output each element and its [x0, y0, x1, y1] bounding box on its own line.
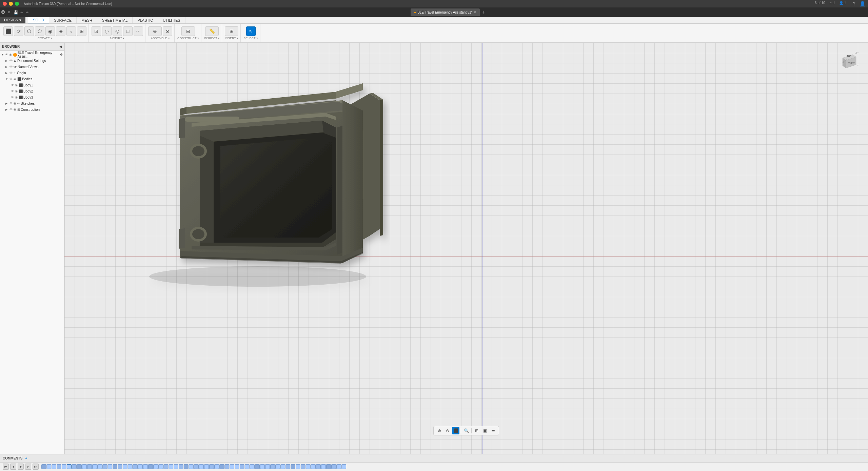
- timeline-item-50[interactable]: [296, 464, 300, 469]
- close-btn[interactable]: [3, 2, 7, 6]
- tree-vis-views[interactable]: 👁: [9, 65, 13, 68]
- timeline-item-22[interactable]: [153, 464, 158, 469]
- inspect-measure-btn[interactable]: 📏: [205, 26, 219, 36]
- tree-item-construction[interactable]: ▶ 👁 ◉ ⊞ Construction: [0, 106, 64, 112]
- tree-vis2-body3[interactable]: ◉: [15, 96, 18, 99]
- create-fillet-btn[interactable]: ◉: [45, 26, 55, 36]
- assemble-joint-btn[interactable]: ⊗: [163, 26, 172, 36]
- tab-sheet-metal[interactable]: SHEET METAL: [97, 17, 133, 23]
- timeline-item-37[interactable]: [230, 464, 234, 469]
- timeline-item-44[interactable]: [265, 464, 270, 469]
- timeline-item-36[interactable]: [224, 464, 229, 469]
- minimize-btn[interactable]: [9, 2, 13, 6]
- tree-item-body3[interactable]: 👁 ◉ ⬛ Body3: [0, 94, 64, 100]
- timeline-item-14[interactable]: [113, 464, 117, 469]
- tab-solid[interactable]: SOLID: [28, 17, 49, 23]
- timeline-item-28[interactable]: [184, 464, 189, 469]
- timeline-item-20[interactable]: [143, 464, 148, 469]
- timeline-item-7[interactable]: [77, 464, 82, 469]
- timeline-item-23[interactable]: [158, 464, 163, 469]
- tree-vis2-body2[interactable]: ◉: [15, 89, 18, 93]
- tab-plastic[interactable]: PLASTIC: [133, 17, 158, 23]
- tree-item-sketches[interactable]: ▶ 👁 ◉ ✏ Sketches: [0, 100, 64, 106]
- tab-surface[interactable]: SURFACE: [49, 17, 77, 23]
- modify-chamfer-btn[interactable]: ◎: [113, 26, 122, 36]
- active-tab[interactable]: ● BLE Travel Emergency Assistant v1* ✕: [411, 8, 480, 16]
- timeline-item-46[interactable]: [275, 464, 280, 469]
- viewport[interactable]: TOP FRONT RIGHT Z+ Y ⊕ ⊙ ⬛ 🔍 ⊞ ▣ ☰: [64, 43, 868, 454]
- vp-zoom-btn[interactable]: ⬛: [452, 427, 459, 434]
- vp-look-at-btn[interactable]: ⊙: [444, 427, 451, 434]
- vp-grid-btn[interactable]: ⊞: [473, 427, 480, 434]
- tree-vis-origin[interactable]: 👁: [9, 71, 13, 75]
- vp-orbit-btn[interactable]: ⊕: [436, 427, 443, 434]
- timeline-item-56[interactable]: [326, 464, 331, 469]
- tree-item-body1[interactable]: 👁 ◉ ⬛ Body1: [0, 82, 64, 88]
- timeline-item-39[interactable]: [240, 464, 244, 469]
- tree-vis2-body1[interactable]: ◉: [15, 83, 18, 87]
- tab-mesh[interactable]: MESH: [77, 17, 97, 23]
- timeline-item-10[interactable]: [92, 464, 97, 469]
- modify-fillet-btn[interactable]: ◌: [102, 26, 112, 36]
- timeline-item-43[interactable]: [260, 464, 265, 469]
- view-cube[interactable]: TOP FRONT RIGHT Z+ Y: [837, 49, 861, 73]
- timeline-first-btn[interactable]: ⏮: [3, 464, 9, 470]
- design-dropdown[interactable]: DESIGN ▾: [0, 17, 25, 23]
- timeline-item-33[interactable]: [209, 464, 214, 469]
- tree-vis2-bodies[interactable]: ◉: [14, 77, 16, 81]
- tab-utilities[interactable]: UTILITIES: [158, 17, 185, 23]
- modify-more-btn[interactable]: ⋯: [134, 26, 143, 36]
- construct-plane-btn[interactable]: ⊟: [181, 26, 195, 36]
- tree-item-origin[interactable]: ▶ 👁 ✛ Origin: [0, 70, 64, 76]
- user-icon[interactable]: 👤: [860, 1, 865, 6]
- file-menu[interactable]: ▼: [7, 10, 11, 14]
- tree-item-bodies[interactable]: ▼ 👁 ◉ ⬛ Bodies: [0, 76, 64, 82]
- timeline-item-40[interactable]: [245, 464, 250, 469]
- select-btn[interactable]: ↖: [246, 26, 256, 36]
- timeline-item-16[interactable]: [123, 464, 127, 469]
- assemble-new-comp-btn[interactable]: ⊕: [148, 26, 162, 36]
- create-sweep-btn[interactable]: ⬡: [24, 26, 34, 36]
- create-revolve-btn[interactable]: ⟳: [14, 26, 23, 36]
- vp-section-btn[interactable]: ▣: [481, 427, 489, 434]
- timeline-item-31[interactable]: [199, 464, 204, 469]
- timeline-item-26[interactable]: [174, 464, 178, 469]
- timeline-item-42[interactable]: [255, 464, 260, 469]
- tree-vis-bodies[interactable]: 👁: [9, 77, 13, 81]
- timeline-item-54[interactable]: [316, 464, 321, 469]
- modify-shell-btn[interactable]: □: [123, 26, 133, 36]
- tree-vis-sketches[interactable]: 👁: [9, 102, 13, 105]
- add-comment-btn[interactable]: +: [25, 456, 27, 460]
- create-mirror-btn[interactable]: ⬦: [66, 26, 76, 36]
- timeline-item-30[interactable]: [194, 464, 199, 469]
- tree-vis-root[interactable]: 👁: [5, 53, 8, 56]
- tree-item-named-views[interactable]: ▶ 👁 👁 Named Views: [0, 64, 64, 70]
- tree-settings-root[interactable]: ⚙: [60, 53, 63, 56]
- timeline-item-0[interactable]: [41, 464, 46, 469]
- timeline-next-btn[interactable]: ⏵: [25, 464, 31, 470]
- undo-btn[interactable]: ↩: [20, 10, 23, 15]
- tree-item-doc-settings[interactable]: ▶ 👁 ⚙ Document Settings: [0, 58, 64, 64]
- timeline-item-12[interactable]: [102, 464, 107, 469]
- vp-fit-btn[interactable]: 🔍: [462, 427, 470, 434]
- tree-vis2-root[interactable]: ◉: [9, 53, 12, 56]
- timeline-item-25[interactable]: [169, 464, 173, 469]
- timeline-play-btn[interactable]: ▶: [18, 464, 24, 470]
- timeline-item-21[interactable]: [148, 464, 153, 469]
- tree-vis2-construction[interactable]: ◉: [14, 108, 16, 111]
- tree-vis-body3[interactable]: 👁: [11, 96, 14, 99]
- tree-item-body2[interactable]: 👁 ◉ ⬛ Body2: [0, 88, 64, 94]
- timeline-item-4[interactable]: [62, 464, 66, 469]
- timeline-item-27[interactable]: [179, 464, 183, 469]
- timeline-item-47[interactable]: [280, 464, 285, 469]
- timeline-item-32[interactable]: [204, 464, 209, 469]
- create-pattern-btn[interactable]: ⊞: [77, 26, 86, 36]
- create-chamfer-btn[interactable]: ◈: [56, 26, 65, 36]
- timeline-item-52[interactable]: [306, 464, 311, 469]
- timeline-item-55[interactable]: [321, 464, 326, 469]
- timeline-item-24[interactable]: [163, 464, 168, 469]
- tree-item-root[interactable]: ▼ 👁 ◉ 🟠 BLE Travel Emergency Assis... ⚙: [0, 52, 64, 58]
- timeline-item-57[interactable]: [331, 464, 336, 469]
- save-btn[interactable]: 💾: [14, 10, 18, 15]
- timeline-item-1[interactable]: [46, 464, 51, 469]
